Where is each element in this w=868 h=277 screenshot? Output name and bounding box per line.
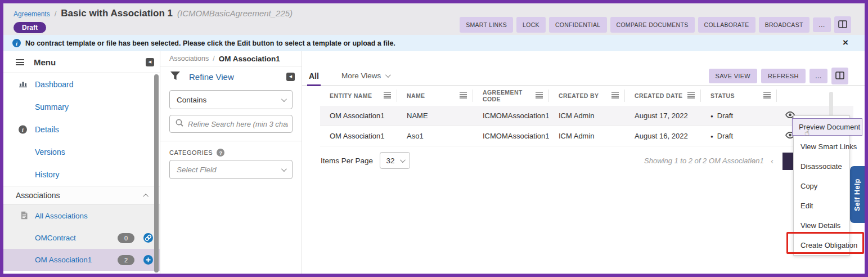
agreement-code: (ICMOMBasicAgreement_225) — [177, 8, 293, 18]
sidebar-item-versions[interactable]: Versions — [3, 141, 160, 163]
column-header-name[interactable]: NAME — [397, 90, 473, 102]
chevron-down-icon — [281, 166, 287, 172]
cell-agreement-code: ICMOMAssociation1_… — [473, 111, 549, 120]
cell-name: Aso1 — [397, 132, 473, 140]
sidebar-item-dashboard[interactable]: Dashboard — [3, 73, 160, 96]
operator-value: Contains — [177, 96, 281, 104]
first-page-button[interactable]: « — [751, 156, 755, 166]
grid-more-button[interactable]: … — [809, 69, 827, 83]
help-icon[interactable]: ? — [217, 149, 224, 157]
breadcrumb-associations[interactable]: Associations — [169, 55, 209, 62]
chevron-down-icon — [400, 157, 406, 163]
add-association-icon[interactable] — [143, 255, 153, 265]
toggle-panel-button[interactable] — [834, 16, 851, 33]
sidebar-item-om-association1[interactable]: OM Association1 2 — [3, 249, 160, 271]
categories-header: CATEGORIES ? — [169, 149, 293, 157]
status-dot: ● — [710, 134, 713, 139]
refine-search-field[interactable] — [169, 115, 293, 133]
column-header-entity-name[interactable]: ENTITY NAME — [320, 90, 397, 102]
sidebar-item-label: History — [35, 170, 60, 179]
sidebar-item-label: OMContract — [35, 234, 118, 242]
column-menu-icon[interactable] — [611, 92, 619, 99]
sidebar-item-details[interactable]: i Details — [3, 118, 160, 141]
breadcrumb-separator: / — [55, 10, 57, 18]
menu-item-copy[interactable]: Copy — [794, 176, 849, 196]
sidebar-item-history[interactable]: History — [3, 163, 160, 186]
grid-columns-button[interactable] — [831, 68, 848, 84]
refine-view-title: Refine View — [189, 72, 286, 82]
grid-toolbar: SAVE VIEW REFRESH … — [709, 66, 848, 86]
collaborate-button[interactable]: COLLABORATE — [698, 17, 755, 33]
smart-links-button[interactable]: SMART LINKS — [460, 17, 513, 33]
cell-created-date: August 16, 2022 — [625, 132, 701, 140]
confidential-button[interactable]: CONFIDENTIAL — [549, 17, 607, 33]
sidebar-section-associations[interactable]: Associations — [3, 186, 160, 205]
compare-documents-button[interactable]: COMPARE DOCUMENTS — [610, 17, 695, 33]
row-context-menu: View Smart Links Disassociate Copy Edit … — [793, 115, 850, 256]
self-help-tab[interactable]: Self Help — [850, 166, 865, 223]
sidebar: Menu ◀ Dashboard Summary i Details Versi… — [3, 51, 160, 274]
sidebar-item-label: All Associations — [35, 212, 153, 220]
cell-name: NAME — [397, 111, 473, 120]
sidebar-collapse-button[interactable]: ◀ — [146, 58, 154, 66]
menu-item-view-details[interactable]: View Details — [794, 216, 849, 235]
breadcrumb-agreements-link[interactable]: Agreements — [14, 10, 50, 18]
operator-dropdown[interactable]: Contains — [169, 90, 293, 109]
refine-view-header: Refine View ◀ — [160, 66, 302, 87]
showing-summary: Showing 1 to 2 of 2 OM Association1 — [644, 157, 751, 165]
associations-grid-panel: All More Views SAVE VIEW REFRESH … ENTIT… — [302, 51, 865, 274]
page-title: Basic with Association 1 — [61, 8, 173, 19]
select-field-dropdown[interactable]: Select Field — [169, 160, 293, 179]
menu-item-edit[interactable]: Edit — [794, 196, 849, 216]
banner-close-icon[interactable]: × — [843, 37, 848, 48]
sidebar-item-all-associations[interactable]: All Associations — [3, 205, 160, 227]
link-icon[interactable] — [143, 233, 153, 243]
refine-collapse-button[interactable]: ◀ — [286, 73, 295, 81]
column-menu-icon[interactable] — [687, 92, 695, 99]
tab-all[interactable]: All — [307, 72, 321, 86]
sidebar-menu-header: Menu ◀ — [3, 51, 160, 73]
column-header-agreement-code[interactable]: AGREEMENT CODE — [473, 90, 549, 102]
columns-icon — [835, 73, 844, 81]
save-view-button[interactable]: SAVE VIEW — [709, 69, 757, 83]
sidebar-item-summary[interactable]: Summary — [3, 96, 160, 118]
sidebar-item-omcontract[interactable]: OMContract 0 — [3, 227, 160, 249]
document-icon — [21, 211, 28, 221]
more-actions-button[interactable]: … — [813, 17, 831, 32]
column-menu-icon[interactable] — [763, 92, 771, 99]
menu-item-disassociate[interactable]: Disassociate — [794, 157, 849, 176]
column-menu-icon[interactable] — [384, 92, 391, 99]
sidebar-item-label: Summary — [35, 102, 69, 111]
table-row[interactable]: OM Association1 Aso1 ICMOMAssociation1_…… — [320, 126, 853, 146]
breadcrumb: Agreements / Basic with Association 1 (I… — [14, 8, 293, 19]
column-header-created-by[interactable]: CREATED BY — [549, 90, 625, 102]
column-menu-icon[interactable] — [536, 92, 543, 99]
count-badge: 0 — [118, 233, 134, 243]
search-icon — [176, 119, 183, 129]
broadcast-button[interactable]: BROADCAST — [759, 17, 809, 33]
lock-button[interactable]: LOCK — [516, 17, 546, 33]
column-header-status[interactable]: STATUS — [701, 90, 777, 102]
table-row[interactable]: OM Association1 NAME ICMOMAssociation1_…… — [320, 106, 853, 126]
column-menu-icon[interactable] — [460, 92, 467, 99]
menu-item-view-smart-links[interactable]: View Smart Links — [794, 137, 849, 157]
more-views-dropdown[interactable]: More Views — [341, 72, 389, 80]
refresh-button[interactable]: REFRESH — [761, 69, 806, 83]
details-info-icon: i — [19, 126, 27, 134]
sidebar-scrollbar[interactable] — [154, 74, 159, 272]
refine-search-input[interactable] — [188, 120, 288, 128]
menu-item-create-obligation[interactable]: Create Obligation — [794, 235, 849, 255]
prev-page-button[interactable]: ‹ — [771, 156, 773, 166]
select-field-placeholder: Select Field — [177, 166, 281, 174]
menu-icon[interactable] — [16, 59, 24, 65]
status-dot: ● — [710, 114, 713, 119]
menu-item-preview-document[interactable]: Preview Document — [792, 118, 862, 136]
chevron-up-icon — [143, 193, 149, 199]
cell-created-by: ICM Admin — [549, 111, 625, 120]
items-per-page-dropdown[interactable]: 32 — [380, 152, 410, 169]
grid-scrollbar[interactable] — [829, 92, 833, 117]
filter-icon — [170, 72, 180, 82]
column-header-created-date[interactable]: CREATED DATE — [625, 90, 701, 102]
pagination-row: Items Per Page 32 Showing 1 to 2 of 2 OM… — [302, 151, 865, 170]
sidebar-title: Menu — [34, 57, 146, 67]
